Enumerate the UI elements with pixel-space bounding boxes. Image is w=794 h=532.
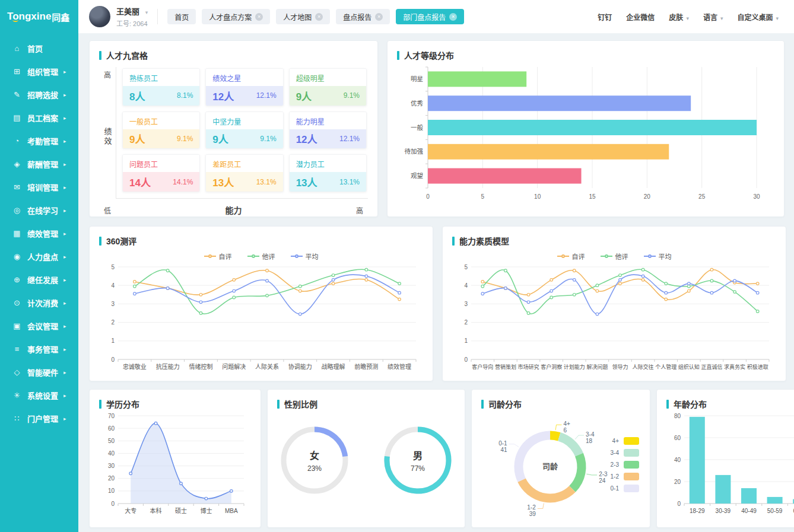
nine-grid-cell-一般员工[interactable]: 一般员工9人9.1%	[122, 112, 200, 149]
nine-grid-cell-能力明星[interactable]: 能力明星12人12.1%	[289, 112, 367, 149]
sidebar-item-会议管理[interactable]: ▣会议管理▸	[0, 314, 78, 337]
sidebar-item-label: 绩效管理	[27, 228, 58, 239]
nine-grid-cell-中坚力量[interactable]: 中坚力量9人9.1%	[205, 112, 283, 149]
sidebar-item-label: 事务管理	[27, 343, 58, 355]
chevron-right-icon: ▸	[63, 346, 66, 352]
nine-grid-cell-pct: 13.1%	[339, 178, 360, 186]
metering-icon: ⊙	[12, 298, 22, 308]
tenure-legend-item-1-2[interactable]: 1-2	[606, 473, 639, 480]
legend-item-平均[interactable]: 平均	[644, 251, 672, 261]
tenure-legend-item-2-3[interactable]: 2-3	[606, 461, 639, 469]
nine-grid-cell-pct: 13.1%	[256, 178, 277, 186]
settings-icon: ✳	[12, 390, 22, 400]
nine-grid-cell-count: 13人	[212, 174, 234, 189]
nine-grid-cell-title: 绩效之星	[206, 69, 282, 86]
sidebar-item-在线学习[interactable]: ◎在线学习▸	[0, 199, 78, 222]
education-area-chart: 010203040506070大专本科硕士博士MBA	[99, 411, 251, 519]
nine-grid-y-axis: 高 绩效	[99, 67, 116, 199]
nine-grid-cell-问题员工[interactable]: 问题员工14人14.1%	[122, 154, 200, 192]
tab-部门盘点报告[interactable]: 部门盘点报告×	[396, 9, 464, 24]
chevron-right-icon: ▸	[63, 369, 66, 375]
card-title-competency: 能力素质模型	[459, 235, 509, 247]
header-link-钉钉[interactable]: 钉钉	[598, 12, 612, 22]
sidebar-item-门户管理[interactable]: ∷门户管理▸	[0, 407, 78, 430]
svg-text:1: 1	[111, 337, 115, 344]
sidebar-item-智能硬件[interactable]: ◇智能硬件▸	[0, 361, 78, 384]
card-title-age: 年龄分布	[674, 398, 707, 410]
chevron-right-icon: ▸	[63, 184, 66, 190]
tab-首页[interactable]: 首页	[167, 9, 196, 24]
svg-text:3: 3	[464, 301, 468, 307]
portal-icon: ∷	[12, 413, 22, 423]
legend-item-他评[interactable]: 他评	[601, 251, 628, 261]
training-icon: ✉	[12, 182, 22, 192]
sidebar-item-考勤管理[interactable]: ◔考勤管理▸	[0, 129, 78, 152]
tenure-legend-item-0-1[interactable]: 0-1	[606, 485, 639, 492]
attendance-icon: ◔	[12, 136, 22, 146]
sidebar-item-员工档案[interactable]: ▤员工档案▸	[0, 106, 78, 129]
nine-grid-cell-差距员工[interactable]: 差距员工13人13.1%	[205, 154, 283, 192]
card-competency-model: 能力素质模型 自评他评平均 012345客户导向营销策划市场研究客户洞察计划能力…	[442, 226, 786, 381]
nine-grid-cell-body: 13人13.1%	[206, 172, 282, 192]
close-icon[interactable]: ×	[449, 13, 457, 21]
sidebar-item-事务管理[interactable]: ≡事务管理▸	[0, 337, 78, 361]
svg-text:市场研究: 市场研究	[518, 364, 539, 370]
header-link-皮肤[interactable]: 皮肤▾	[669, 12, 689, 22]
svg-text:积极进取: 积极进取	[747, 364, 768, 370]
tab-人才地图[interactable]: 人才地图×	[276, 9, 330, 24]
sidebar-item-组织管理[interactable]: ⊞组织管理▸	[0, 60, 78, 83]
sidebar-item-计次消费[interactable]: ⊙计次消费▸	[0, 291, 78, 314]
chevron-right-icon: ▸	[63, 323, 66, 329]
svg-text:优秀: 优秀	[411, 100, 423, 107]
svg-text:人际交往: 人际交往	[633, 364, 654, 370]
chevron-down-icon[interactable]: ▾	[145, 9, 148, 15]
svg-text:20: 20	[108, 475, 115, 482]
tab-人才盘点方案[interactable]: 人才盘点方案×	[202, 9, 270, 24]
sidebar-item-绩效管理[interactable]: ▦绩效管理▸	[0, 222, 78, 245]
nine-grid-cell-潜力员工[interactable]: 潜力员工13人13.1%	[289, 154, 367, 192]
svg-text:个人管理: 个人管理	[655, 364, 677, 370]
close-icon[interactable]: ×	[375, 13, 383, 21]
succession-icon: ⊕	[12, 275, 22, 285]
close-icon[interactable]: ×	[315, 13, 323, 21]
svg-text:领导力: 领导力	[612, 364, 628, 370]
svg-text:客户洞察: 客户洞察	[541, 364, 562, 370]
sidebar-item-薪酬管理[interactable]: ◈薪酬管理▸	[0, 152, 78, 176]
tenure-legend-item-3-4[interactable]: 3-4	[606, 449, 639, 457]
sidebar-item-系统设置[interactable]: ✳系统设置▸	[0, 384, 78, 407]
nine-grid-cell-title: 超级明星	[290, 69, 366, 86]
nine-grid-cell-熟练员工[interactable]: 熟练员工8人8.1%	[122, 68, 200, 106]
svg-text:前瞻预测: 前瞻预测	[354, 363, 378, 370]
nine-grid-cell-超级明星[interactable]: 超级明星9人9.1%	[289, 68, 367, 106]
avatar[interactable]	[89, 6, 110, 27]
svg-text:30: 30	[753, 193, 760, 200]
performance-icon: ▦	[12, 228, 22, 238]
header-link-自定义桌面[interactable]: 自定义桌面▾	[737, 12, 779, 22]
legend-item-平均[interactable]: 平均	[291, 251, 319, 261]
recruit-icon: ✎	[12, 90, 22, 100]
sidebar-item-培训管理[interactable]: ✉培训管理▸	[0, 176, 78, 199]
talent-review-icon: ◉	[12, 251, 22, 262]
user-block[interactable]: 王美丽 ▾ 工号: 2064	[89, 5, 148, 28]
close-icon[interactable]: ×	[255, 13, 263, 21]
nine-grid-cell-count: 9人	[129, 131, 145, 146]
svg-text:30: 30	[108, 463, 115, 469]
nine-grid-cell-pct: 14.1%	[173, 178, 193, 186]
salary-icon: ◈	[12, 159, 22, 169]
sidebar-item-招聘选拔[interactable]: ✎招聘选拔▸	[0, 83, 78, 106]
axis-label-high-right: 高	[351, 205, 368, 215]
card-talent-level: 人才等级分布 051015202530明星优秀一般待加强观望	[387, 40, 785, 217]
svg-text:观望: 观望	[411, 172, 423, 179]
legend-item-自评[interactable]: 自评	[557, 251, 585, 261]
tab-盘点报告[interactable]: 盘点报告×	[336, 9, 390, 24]
nine-grid-cell-绩效之星[interactable]: 绩效之星12人12.1%	[205, 68, 283, 106]
sidebar-item-继任发展[interactable]: ⊕继任发展▸	[0, 268, 78, 291]
legend-item-自评[interactable]: 自评	[204, 251, 232, 261]
sidebar-item-首页[interactable]: ⌂首页	[0, 37, 78, 60]
svg-text:70: 70	[108, 413, 115, 419]
sidebar-item-人力盘点[interactable]: ◉人力盘点▸	[0, 245, 78, 268]
tenure-legend-item-4+[interactable]: 4+	[606, 437, 639, 445]
header-link-语言[interactable]: 语言▾	[703, 12, 723, 22]
header-link-企业微信[interactable]: 企业微信	[626, 12, 655, 22]
legend-item-他评[interactable]: 他评	[247, 251, 275, 261]
